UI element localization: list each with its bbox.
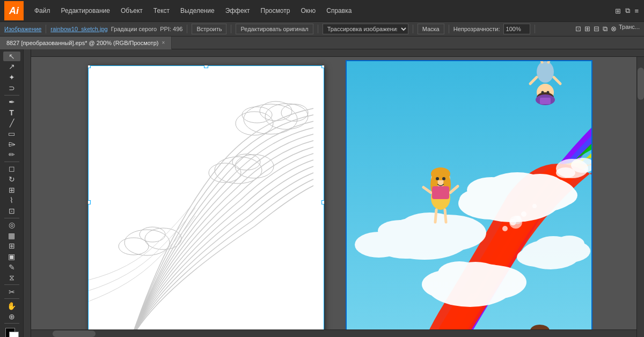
symbol-sprayer-tool[interactable]: ◎ (3, 220, 20, 230)
svg-point-56 (541, 91, 544, 94)
rotate-tool[interactable]: ↻ (3, 174, 20, 184)
pathfinder-icon[interactable]: ⊞ (583, 24, 591, 34)
svg-point-46 (442, 177, 445, 180)
svg-point-77 (556, 167, 575, 178)
left-toolbar: ↖ ↗ ✦ ⊃ ✒ T ╱ ▭ ⌲ ✏ ◻ ↻ ⊞ ⌇ ⊡ ◎ ▦ ⊞ ▣ ✎ … (0, 49, 24, 337)
fill-stroke-swatch[interactable] (4, 327, 19, 337)
menu-file[interactable]: Файл (29, 5, 56, 17)
magic-wand-tool[interactable]: ✦ (3, 72, 20, 82)
tool-sep1 (4, 95, 19, 96)
tool-sep4 (4, 284, 19, 285)
text-tool[interactable]: T (3, 108, 20, 118)
menu-effect[interactable]: Эффект (220, 5, 255, 17)
filename-link[interactable]: rainbow10_sketch.jpg (50, 26, 107, 32)
menu-bar: Ai Файл Редактирование Объект Текст Выде… (0, 0, 644, 21)
edit-original-button[interactable]: Редактировать оригинал (236, 24, 313, 34)
hand-tool[interactable]: ✋ (3, 301, 20, 311)
menu-edit[interactable]: Редактирование (56, 5, 115, 17)
svg-line-49 (435, 210, 436, 222)
sep5 (413, 25, 413, 33)
sketch-document (88, 65, 324, 337)
scale-tool[interactable]: ⊞ (3, 185, 20, 195)
rectangle-tool[interactable]: ▭ (3, 129, 20, 138)
ruler-left (24, 49, 31, 337)
gradient-tool[interactable]: ▣ (3, 252, 20, 261)
menu-help[interactable]: Справка (321, 5, 357, 17)
trace-dropdown[interactable]: Трассировка изображения (323, 24, 408, 34)
svg-rect-51 (432, 186, 449, 199)
arrange-icon[interactable]: ⧉ (624, 5, 631, 16)
color-svg (347, 61, 592, 337)
free-transform-tool[interactable]: ⊡ (3, 206, 20, 216)
direct-selection-tool[interactable]: ↗ (3, 62, 20, 72)
menu-select[interactable]: Выделение (175, 5, 220, 17)
pencil-tool[interactable]: ✏ (3, 150, 20, 159)
sep1 (46, 25, 46, 33)
pen-tool[interactable]: ✒ (3, 97, 20, 107)
canvas-area[interactable] (24, 49, 644, 337)
scrollbar-bottom[interactable] (31, 329, 636, 337)
svg-point-55 (547, 91, 550, 94)
grayscale-label: Градации серого (111, 26, 157, 32)
sep4 (318, 25, 318, 33)
align-icon[interactable]: ⊡ (574, 24, 582, 34)
scissors-tool[interactable]: ✂ (3, 287, 20, 297)
eyedropper-tool[interactable]: ✎ (3, 262, 20, 272)
ppi-label: PPI: 496 (160, 26, 182, 32)
svg-point-22 (482, 269, 523, 291)
svg-point-86 (535, 184, 577, 207)
sep7 (535, 25, 535, 33)
paintbrush-tool[interactable]: ⌲ (3, 140, 20, 149)
arrange-icon2[interactable]: ⧉ (602, 24, 609, 34)
tool-sep3 (4, 218, 19, 218)
menu-window[interactable]: Окно (295, 5, 321, 17)
image-link[interactable]: Изображение (4, 26, 41, 32)
svg-line-50 (445, 210, 446, 222)
svg-point-87 (459, 189, 502, 210)
more-icon[interactable]: ≡ (633, 6, 640, 16)
transform-label: Транс... (619, 24, 640, 34)
svg-rect-0 (88, 65, 324, 337)
properties-bar: Изображение rainbow10_sketch.jpg Градаци… (0, 21, 644, 36)
opacity-label: Непрозрачности: (453, 26, 500, 32)
line-tool[interactable]: ╱ (3, 118, 20, 128)
color-document (346, 60, 592, 337)
tab-bar: 8827 [преобразованный].eps* @ 200% (RGB/… (0, 36, 644, 49)
eraser-tool[interactable]: ◻ (3, 164, 20, 174)
column-graph-tool[interactable]: ▦ (3, 231, 20, 240)
tab-title: 8827 [преобразованный].eps* @ 200% (RGB/… (6, 40, 158, 46)
document-tab[interactable]: 8827 [преобразованный].eps* @ 200% (RGB/… (0, 36, 172, 49)
ai-logo: Ai (4, 1, 24, 20)
opacity-icon[interactable]: ⊗ (610, 24, 618, 34)
menu-view[interactable]: Просмотр (255, 5, 296, 17)
menu-text[interactable]: Текст (148, 5, 175, 17)
transform-icon[interactable]: ⊟ (592, 24, 601, 34)
tab-close-button[interactable]: × (162, 40, 165, 46)
svg-rect-62 (540, 98, 551, 104)
blend-tool[interactable]: ⧖ (3, 273, 20, 283)
sketch-svg (88, 65, 324, 337)
scrollbar-right[interactable] (636, 57, 644, 337)
svg-point-52 (537, 61, 554, 83)
svg-point-38 (502, 226, 508, 231)
sep3 (231, 25, 231, 33)
ruler-top (31, 49, 644, 57)
main-area: ↖ ↗ ✦ ⊃ ✒ T ╱ ▭ ⌲ ✏ ◻ ↻ ⊞ ⌇ ⊡ ◎ ▦ ⊞ ▣ ✎ … (0, 49, 644, 337)
svg-point-27 (554, 236, 584, 252)
menu-object[interactable]: Объект (115, 5, 148, 17)
lasso-tool[interactable]: ⊃ (3, 83, 20, 93)
warp-tool[interactable]: ⌇ (3, 195, 20, 205)
tool-sep2 (4, 162, 19, 162)
svg-point-33 (355, 232, 403, 258)
mesh-tool[interactable]: ⊞ (3, 241, 20, 251)
sep6 (449, 25, 449, 33)
tool-sep5 (4, 298, 19, 299)
embed-button[interactable]: Встроить (192, 24, 226, 34)
zoom-tool[interactable]: ⊕ (3, 312, 20, 321)
sep2 (187, 25, 187, 33)
workspace-icon[interactable]: ⊞ (614, 6, 622, 16)
selection-tool[interactable]: ↖ (3, 52, 20, 61)
opacity-input[interactable] (503, 24, 530, 34)
tool-sep6 (4, 323, 19, 324)
mask-button[interactable]: Маска (418, 24, 444, 34)
